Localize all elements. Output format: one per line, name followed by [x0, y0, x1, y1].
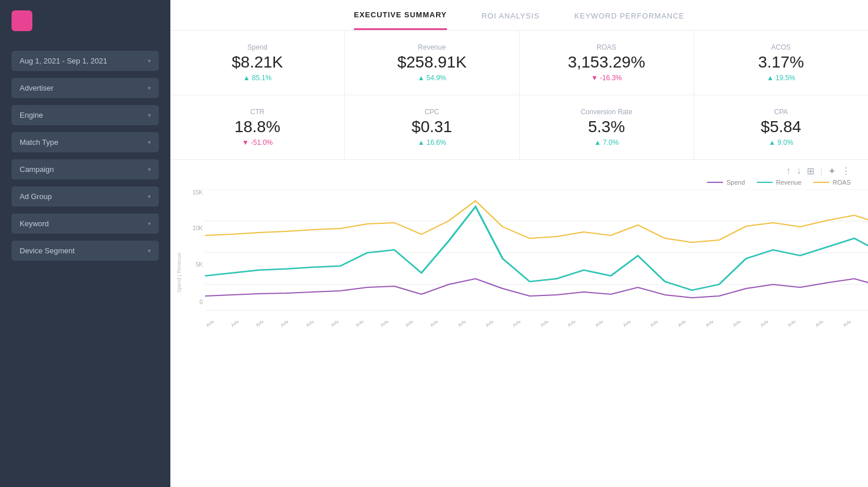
metric-spend: Spend $8.21K ▲ 85.1%	[170, 31, 344, 95]
filter-campaign[interactable]: Campaign▾	[12, 159, 159, 179]
x-label-6: Aug 7, 2021	[355, 321, 376, 328]
legend-line-spend	[707, 182, 723, 183]
chart-icon[interactable]: ⊞	[807, 166, 814, 177]
metric-change-revenue: ▲ 54.9%	[418, 74, 446, 82]
y-tick-15k: 15K	[192, 189, 203, 196]
filter-label-campaign: Campaign	[20, 165, 54, 174]
filter-label-device-segment: Device Segment	[20, 246, 74, 255]
x-label-12: Aug 13, 2021	[512, 321, 535, 328]
metric-value-cpc: $0.31	[412, 118, 452, 136]
top-nav: EXECUTIVE SUMMARYROI ANALYSISKEYWORD PER…	[170, 0, 868, 31]
legend-label-spend: Spend	[727, 179, 745, 186]
metric-change-roas: ▼ -16.3%	[591, 74, 622, 82]
filter-arrow-match-type: ▾	[148, 139, 151, 145]
roas-line	[205, 201, 868, 242]
filter-arrow-engine: ▾	[148, 112, 151, 118]
tab-roi-analysis[interactable]: ROI ANALYSIS	[482, 12, 540, 29]
metrics-row-2: CTR 18.8% ▼ -51.0% CPC $0.31 ▲ 16.6% Con…	[170, 95, 868, 160]
filter-label-ad-group: Ad Group	[20, 192, 52, 201]
up-arrow-icon[interactable]: ↑	[786, 166, 791, 176]
logo-icon	[12, 10, 32, 31]
filter-arrow-device-segment: ▾	[148, 248, 151, 254]
down-arrow-icon[interactable]: ↓	[796, 166, 801, 176]
sidebar-filters: Aug 1, 2021 - Sep 1, 2021▾Advertiser▾Eng…	[0, 42, 170, 270]
metrics-row-1: Spend $8.21K ▲ 85.1% Revenue $258.91K ▲ …	[170, 31, 868, 95]
metric-roas: ROAS 3,153.29% ▼ -16.3%	[520, 31, 694, 95]
main-content: EXECUTIVE SUMMARYROI ANALYSISKEYWORD PER…	[170, 0, 868, 487]
metric-change-cpa: ▲ 9.0%	[769, 138, 794, 147]
legend-label-roas: ROAS	[833, 179, 851, 186]
metric-revenue: Revenue $258.91K ▲ 54.9%	[345, 31, 519, 95]
filter-label-advertiser: Advertiser	[20, 84, 54, 92]
filter-engine[interactable]: Engine▾	[12, 105, 159, 125]
metric-label-acos: ACOS	[771, 43, 791, 51]
x-label-13: Aug 14, 2021	[539, 321, 562, 328]
metric-change-cpc: ▲ 16.6%	[418, 138, 446, 147]
revenue-line	[205, 207, 868, 290]
metric-label-ctr: CTR	[250, 108, 265, 116]
metric-label-conversion-rate: Conversion Rate	[580, 108, 632, 116]
x-label-0: Aug 1, 2021	[205, 321, 226, 328]
sidebar: Aug 1, 2021 - Sep 1, 2021▾Advertiser▾Eng…	[0, 0, 170, 487]
filter-date-range[interactable]: Aug 1, 2021 - Sep 1, 2021▾	[12, 51, 159, 71]
filter-arrow-ad-group: ▾	[148, 193, 151, 200]
x-label-20: Aug 21, 2021	[732, 321, 755, 328]
metric-ctr: CTR 18.8% ▼ -51.0%	[170, 95, 344, 159]
legend-line-revenue	[757, 182, 773, 183]
x-label-14: Aug 15, 2021	[567, 321, 590, 328]
filter-arrow-advertiser: ▾	[148, 85, 151, 91]
legend-revenue: Revenue	[757, 179, 802, 186]
x-label-7: Aug 8, 2021	[379, 321, 401, 328]
chart-legend: SpendRevenueROAS	[182, 179, 856, 186]
filter-label-date-range: Aug 1, 2021 - Sep 1, 2021	[20, 57, 107, 65]
metric-value-roas: 3,153.29%	[568, 54, 645, 72]
metric-value-revenue: $258.91K	[397, 54, 467, 72]
filter-label-engine: Engine	[20, 111, 43, 119]
legend-roas: ROAS	[813, 179, 851, 186]
legend-line-roas	[813, 182, 829, 183]
metric-change-spend: ▲ 85.1%	[243, 74, 271, 82]
filter-ad-group[interactable]: Ad Group▾	[12, 186, 159, 207]
x-label-11: Aug 12, 2021	[485, 321, 508, 328]
metric-acos: ACOS 3.17% ▲ 19.5%	[694, 31, 868, 95]
x-label-3: Aug 4, 2021	[280, 321, 301, 328]
sidebar-logo	[0, 0, 170, 42]
filter-keyword[interactable]: Keyword▾	[12, 213, 159, 234]
chart-toolbar: ↑ ↓ ⊞ | ✦ ⋮	[182, 166, 856, 177]
metric-cpc: CPC $0.31 ▲ 16.6%	[345, 95, 519, 159]
x-label-18: Aug 19, 2021	[677, 321, 700, 328]
metric-value-conversion-rate: 5.3%	[588, 118, 625, 136]
filter-device-segment[interactable]: Device Segment▾	[12, 241, 159, 261]
more-icon[interactable]: ⋮	[841, 166, 851, 177]
x-label-23: Aug 24, 2021	[814, 321, 837, 328]
x-label-15: Aug 16, 2021	[594, 321, 617, 328]
x-label-21: Aug 22, 2021	[759, 321, 783, 328]
metric-label-revenue: Revenue	[418, 43, 446, 51]
metric-change-conversion-rate: ▲ 7.0%	[594, 138, 619, 147]
metric-conversion-rate: Conversion Rate 5.3% ▲ 7.0%	[520, 95, 694, 159]
chart-area: ↑ ↓ ⊞ | ✦ ⋮ SpendRevenueROAS 15K 10K 5K …	[170, 160, 868, 487]
y-tick-0: 0	[199, 299, 203, 305]
metric-change-acos: ▲ 19.5%	[767, 74, 795, 82]
filter-advertiser[interactable]: Advertiser▾	[12, 78, 159, 98]
legend-label-revenue: Revenue	[776, 179, 802, 186]
chart-svg	[205, 189, 868, 316]
tab-executive-summary[interactable]: EXECUTIVE SUMMARY	[354, 10, 447, 30]
x-label-2: Aug 3, 2021	[255, 321, 276, 328]
x-label-4: Aug 5, 2021	[305, 321, 326, 328]
x-label-16: Aug 17, 2021	[622, 321, 645, 328]
y-axis-left-label: Spend | Revenue	[176, 253, 182, 293]
metric-label-cpc: CPC	[424, 108, 439, 116]
tab-keyword-performance[interactable]: KEYWORD PERFORMANCE	[574, 12, 684, 29]
filter-label-match-type: Match Type	[20, 138, 58, 147]
metric-value-spend: $8.21K	[232, 54, 283, 72]
x-label-1: Aug 2, 2021	[230, 321, 251, 328]
y-tick-10k: 10K	[192, 225, 203, 231]
filter-match-type[interactable]: Match Type▾	[12, 132, 159, 152]
metric-label-spend: Spend	[247, 43, 267, 51]
pin-icon[interactable]: ✦	[828, 166, 836, 177]
x-label-17: Aug 18, 2021	[649, 321, 672, 328]
filter-label-keyword: Keyword	[20, 219, 49, 228]
y-tick-5k: 5K	[196, 261, 203, 268]
metric-change-ctr: ▼ -51.0%	[242, 138, 273, 147]
